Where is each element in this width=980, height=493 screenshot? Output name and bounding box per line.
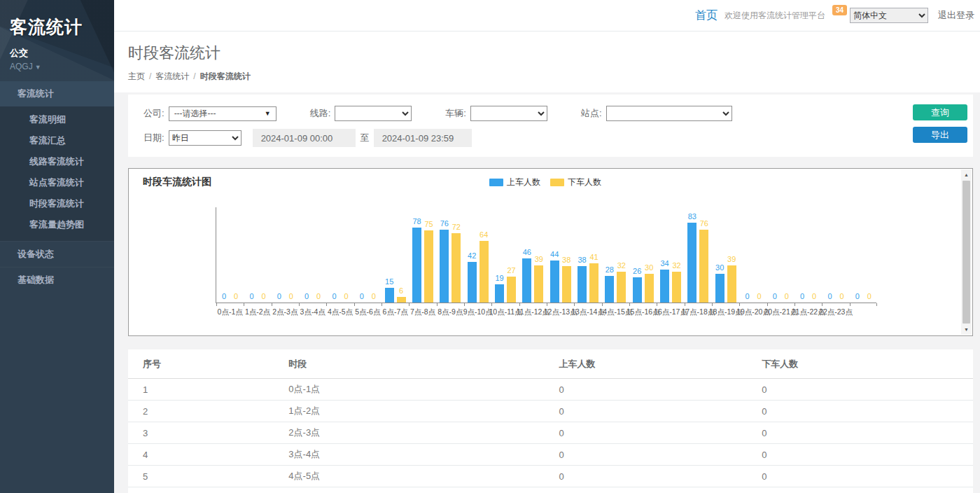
bar-value-label: 0 (858, 292, 881, 300)
table-cell: 0 (559, 422, 762, 444)
x-axis-tick-label: 5点-6点 (355, 307, 380, 317)
table-row: 54点-5点00 (128, 466, 973, 487)
date-preset-select[interactable]: 昨日 (169, 130, 241, 146)
table-cell: 0 (559, 379, 762, 401)
chart-legend: 上车人数下车人数 (129, 176, 962, 188)
bar-boarding (522, 258, 531, 303)
table-cell: 6 (128, 487, 288, 493)
language-select[interactable]: 简体中文 (850, 8, 928, 23)
hourly-traffic-chart: 时段车流统计图 上车人数下车人数 0204060801000点-1点001点-2… (128, 168, 973, 336)
bar-alighting (534, 265, 543, 303)
date-to-label: 至 (356, 129, 374, 147)
bar-value-label: 0 (362, 292, 386, 300)
x-axis-tick-label: 6点-7点 (383, 307, 408, 317)
bar-boarding (578, 266, 587, 303)
bar-boarding (633, 277, 642, 303)
sidebar-subitem[interactable]: 客流量趋势图 (0, 214, 114, 235)
sidebar-subitem[interactable]: 客流汇总 (0, 130, 114, 151)
table-header-row: 序号时段上车人数下车人数 (128, 349, 973, 379)
vehicle-label: 车辆: (445, 107, 466, 120)
bar-alighting (645, 274, 654, 303)
org-code-dropdown[interactable]: AQGJ▼ (10, 62, 114, 71)
station-label: 站点: (581, 107, 602, 120)
table-cell: 5 (128, 466, 288, 487)
x-axis-tick-label: 3点-4点 (300, 307, 326, 317)
chart-scrollbar[interactable]: ▲ ▼ (961, 169, 972, 335)
bar-alighting (562, 266, 571, 303)
x-axis-tick-label: 7点-8点 (410, 307, 435, 317)
table-cell: 0 (762, 422, 973, 444)
sidebar: 客流统计 公交 AQGJ▼ 客流统计 客流明细客流汇总线路客流统计站点客流统计时… (0, 0, 114, 493)
chart-plot-area: 0204060801000点-1点001点-2点002点-3点003点-4点00… (216, 207, 881, 323)
breadcrumb-home[interactable]: 主页 (128, 71, 145, 81)
filter-panel: 公司: ---请选择--- ▼ 线路: 车辆: 站点: 日期: 昨日 2024-… (128, 95, 973, 157)
sidebar-item-base-data[interactable]: 基础数据 (0, 267, 114, 293)
sidebar-subitem[interactable]: 站点客流统计 (0, 172, 114, 193)
vehicle-select[interactable] (470, 106, 547, 121)
line-label: 线路: (310, 107, 331, 120)
sidebar-submenu: 客流明细客流汇总线路客流统计站点客流统计时段客流统计客流量趋势图 (0, 106, 114, 241)
bar-alighting (479, 241, 489, 303)
company-label: 公司: (144, 107, 164, 120)
legend-swatch (489, 179, 503, 186)
station-select[interactable] (606, 106, 732, 121)
table-row: 32点-3点00 (128, 422, 973, 444)
table-cell: 0 (559, 444, 762, 466)
x-axis-tick-label: 1点-2点 (245, 307, 270, 317)
bar-boarding (660, 270, 669, 303)
bar-boarding (412, 228, 421, 303)
bar-value-label: 27 (500, 266, 524, 275)
sidebar-subitem[interactable]: 线路客流统计 (0, 151, 114, 172)
table-column-header: 上车人数 (559, 349, 762, 379)
table-cell: 0 (762, 444, 973, 466)
table-cell: 3 (128, 422, 288, 444)
table-cell: 2 (128, 401, 288, 422)
home-link[interactable]: 首页 (695, 8, 718, 23)
date-from-input[interactable]: 2024-01-09 00:00 (253, 129, 356, 147)
company-select[interactable]: ---请选择--- ▼ (169, 106, 276, 121)
content: 公司: ---请选择--- ▼ 线路: 车辆: 站点: 日期: 昨日 2024-… (114, 92, 980, 493)
sidebar-item-passenger-stats[interactable]: 客流统计 (0, 81, 114, 106)
bar-value-label: 39 (720, 255, 743, 263)
bar-alighting (507, 277, 516, 303)
sidebar-subitem[interactable]: 客流明细 (0, 109, 114, 130)
table-cell: 0 (762, 487, 973, 493)
caret-down-icon: ▼ (35, 64, 41, 71)
breadcrumb-section[interactable]: 客流统计 (155, 71, 189, 81)
breadcrumb: 主页/客流统计/时段客流统计 (128, 71, 980, 83)
logout-link[interactable]: 退出登录 (938, 9, 974, 22)
export-button[interactable]: 导出 (913, 127, 967, 143)
x-axis-tick-label: 8点-9点 (438, 307, 463, 317)
notification-badge: 34 (832, 5, 847, 15)
bar-boarding (715, 274, 724, 303)
bar-value-label: 76 (692, 219, 716, 228)
bar-value-label: 41 (582, 253, 606, 261)
date-to-input[interactable]: 2024-01-09 23:59 (374, 129, 472, 147)
bar-alighting (451, 233, 461, 303)
scrollbar-thumb[interactable] (962, 181, 970, 324)
line-select[interactable] (335, 106, 412, 121)
scroll-up-icon[interactable]: ▲ (961, 169, 972, 180)
bar-value-label: 6 (389, 286, 413, 295)
table-cell: 0 (762, 379, 973, 401)
table-cell: 0 (559, 487, 762, 493)
table-cell: 3点-4点 (288, 444, 559, 466)
bar-value-label: 64 (472, 230, 496, 239)
app-title: 客流统计 (10, 15, 114, 39)
table-cell: 0 (762, 466, 973, 487)
sidebar-profile-panel: 客流统计 公交 AQGJ▼ (0, 0, 114, 81)
table-row: 43点-4点00 (128, 444, 973, 466)
x-axis-tick-label: 2点-3点 (272, 307, 298, 317)
scroll-down-icon[interactable]: ▼ (961, 324, 972, 335)
query-button[interactable]: 查询 (913, 104, 967, 120)
bar-boarding (440, 230, 449, 303)
bar-boarding (687, 223, 696, 303)
legend-item[interactable]: 上车人数 (489, 176, 540, 188)
legend-item[interactable]: 下车人数 (550, 176, 601, 188)
x-axis-tick-label: 0点-1点 (218, 307, 243, 317)
table-row: 21点-2点00 (128, 401, 973, 422)
sidebar-subitem[interactable]: 时段客流统计 (0, 193, 114, 214)
sidebar-item-device-status[interactable]: 设备状态 (0, 241, 114, 267)
bar-value-label: 32 (665, 261, 689, 270)
x-axis-tick-label: 4点-5点 (328, 307, 353, 317)
